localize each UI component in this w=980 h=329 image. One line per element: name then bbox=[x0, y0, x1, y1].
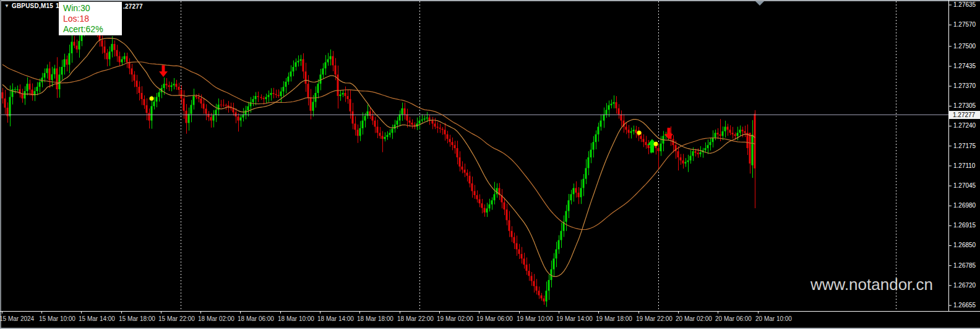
candle bbox=[426, 118, 428, 119]
candle bbox=[101, 40, 103, 46]
candle bbox=[283, 87, 285, 91]
candle bbox=[124, 56, 126, 59]
candle bbox=[340, 95, 342, 97]
candle bbox=[278, 95, 280, 96]
candle bbox=[158, 92, 160, 97]
candle bbox=[317, 84, 319, 93]
candle bbox=[556, 249, 557, 258]
time-axis[interactable]: 15 Mar 202415 Mar 10:0015 Mar 14:0015 Ma… bbox=[0, 312, 980, 328]
candle bbox=[585, 168, 587, 178]
candle bbox=[181, 90, 183, 99]
candle bbox=[362, 121, 364, 128]
candle bbox=[205, 108, 207, 113]
time-axis-label: 15 Mar 14:00 bbox=[79, 315, 115, 322]
candle bbox=[268, 95, 270, 97]
signal-dot bbox=[654, 142, 658, 146]
window-frame-top bbox=[0, 0, 980, 1]
candle bbox=[606, 110, 608, 114]
candle-wicks-layer bbox=[3, 12, 755, 307]
candle bbox=[749, 133, 751, 164]
candle bbox=[280, 92, 282, 96]
candle bbox=[409, 121, 411, 123]
candle bbox=[17, 89, 19, 90]
candle bbox=[486, 208, 488, 213]
candle bbox=[705, 148, 707, 150]
candle bbox=[74, 42, 75, 45]
chart-canvas[interactable]: www.notandor.cn bbox=[0, 0, 980, 329]
price-axis-label: 1.27045 bbox=[953, 183, 976, 189]
time-axis-label: 20 Mar 10:00 bbox=[755, 315, 792, 322]
candle bbox=[364, 116, 366, 120]
candle bbox=[496, 188, 498, 195]
candle bbox=[247, 107, 249, 111]
chart-shift-marker-icon[interactable] bbox=[755, 1, 764, 6]
candle bbox=[630, 131, 632, 133]
candle bbox=[518, 249, 520, 253]
chart-title-symbol: GBPUSD,M15 bbox=[12, 2, 53, 9]
time-axis-label: 15 Mar 22:00 bbox=[158, 315, 195, 322]
candle bbox=[144, 99, 145, 105]
candle bbox=[210, 117, 212, 120]
stats-panel: Win:30 Los:18 Acert:62% bbox=[59, 2, 122, 35]
candle bbox=[14, 89, 16, 90]
candle bbox=[392, 129, 393, 133]
candle bbox=[752, 134, 754, 165]
candle bbox=[22, 94, 24, 99]
candle bbox=[275, 94, 277, 95]
candle bbox=[27, 84, 28, 91]
candle bbox=[633, 129, 635, 131]
candle bbox=[747, 133, 749, 148]
symbol-dropdown-icon[interactable]: ▼ bbox=[4, 3, 9, 9]
candle bbox=[374, 121, 376, 127]
time-axis-label: 20 Mar 02:00 bbox=[676, 315, 712, 322]
price-axis-label: 1.27570 bbox=[953, 22, 976, 28]
candle bbox=[51, 74, 53, 80]
signal-arrow-down-icon bbox=[159, 65, 168, 77]
time-axis-label: 18 Mar 22:00 bbox=[397, 315, 434, 322]
chart-title-close-fragment: .27277 bbox=[123, 3, 143, 10]
candle bbox=[71, 42, 73, 53]
candle bbox=[119, 56, 121, 63]
candle bbox=[208, 114, 210, 117]
candle bbox=[397, 121, 398, 125]
candle bbox=[273, 93, 275, 94]
candle bbox=[578, 193, 580, 197]
candle bbox=[168, 86, 170, 87]
mt4-chart-window: { "window": { "symbol_title": "GBPUSD,M1… bbox=[0, 0, 980, 329]
candle bbox=[218, 105, 220, 110]
candle bbox=[136, 81, 138, 87]
candle bbox=[558, 240, 560, 250]
candle bbox=[41, 77, 43, 82]
candle bbox=[369, 112, 371, 116]
candle bbox=[645, 142, 647, 145]
price-axis-label: 1.27110 bbox=[953, 163, 975, 169]
candle bbox=[298, 61, 299, 63]
candle bbox=[46, 68, 48, 72]
price-axis[interactable]: 1.27277 1.276351.275701.275001.274351.27… bbox=[948, 0, 980, 311]
candle bbox=[608, 105, 610, 110]
candle bbox=[387, 135, 389, 137]
window-frame-left bbox=[0, 0, 1, 329]
candle bbox=[265, 97, 267, 99]
candle bbox=[717, 133, 719, 134]
candle bbox=[394, 125, 396, 129]
candle bbox=[603, 115, 605, 121]
candle bbox=[163, 84, 165, 88]
price-axis-label: 1.27240 bbox=[953, 123, 976, 129]
candle bbox=[263, 98, 265, 99]
candle bbox=[437, 127, 439, 128]
candle bbox=[54, 68, 56, 74]
candle bbox=[600, 121, 602, 127]
signal-dot bbox=[637, 131, 642, 135]
candle bbox=[290, 71, 292, 76]
candle bbox=[245, 110, 247, 115]
candle bbox=[421, 120, 423, 121]
ma-slow-line bbox=[2, 62, 755, 230]
time-axis-label: 18 Mar 14:00 bbox=[317, 315, 354, 322]
candle bbox=[198, 97, 200, 99]
candle bbox=[454, 145, 456, 148]
candle bbox=[466, 173, 468, 176]
price-axis-label: 1.26720 bbox=[953, 283, 976, 289]
candle bbox=[692, 151, 694, 156]
candle bbox=[191, 105, 192, 113]
